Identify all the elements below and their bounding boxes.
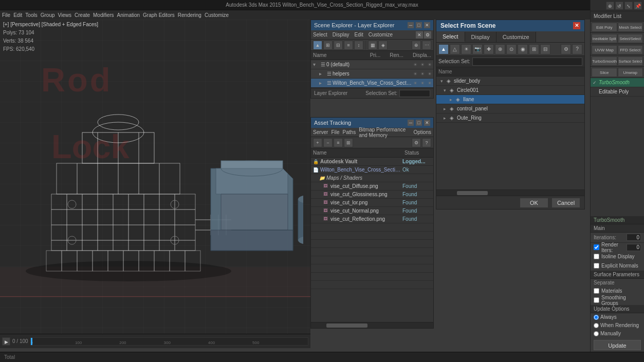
- sfs-tb-invert[interactable]: ⊟: [540, 44, 550, 54]
- sfs-cancel-btn[interactable]: Cancel: [551, 198, 580, 208]
- asset-scrollbar-h[interactable]: [311, 322, 433, 328]
- at-minimize[interactable]: ─: [408, 120, 414, 126]
- sfs-tb-geom[interactable]: ▲: [438, 44, 449, 54]
- menu-graph[interactable]: Graph Editors: [143, 12, 175, 18]
- se-tb-layer[interactable]: ▦: [368, 41, 377, 50]
- sfs-tb-space[interactable]: ⊕: [495, 44, 505, 54]
- menu-modifiers[interactable]: Modifiers: [93, 12, 114, 18]
- asset-scrollbar-thumb[interactable]: [326, 323, 367, 328]
- viewport[interactable]: [+] [Perspective] [Shaded + Edged Faces]…: [0, 20, 310, 348]
- se-menu-edit[interactable]: Edit: [355, 32, 363, 37]
- menu-rendering[interactable]: Rendering: [178, 12, 201, 18]
- rp-materials-check[interactable]: [594, 288, 599, 294]
- scene-explorer-minimize[interactable]: ─: [408, 22, 414, 28]
- menu-create[interactable]: Create: [75, 12, 90, 18]
- se-layer-main[interactable]: ▸ ☰ Wilton_Bench_Vise_Cross_Section_Ri..…: [311, 79, 433, 88]
- menu-tools[interactable]: Tools: [25, 12, 37, 18]
- at-menu-paths[interactable]: Paths: [343, 129, 356, 135]
- sfs-tb-particles[interactable]: ◉: [518, 44, 528, 54]
- at-tb-add[interactable]: +: [313, 138, 322, 147]
- sfs-tab-customize[interactable]: Customize: [496, 32, 536, 42]
- rp-btn-ffd[interactable]: FFD Select: [618, 45, 643, 54]
- sfs-tab-display[interactable]: Display: [465, 32, 496, 42]
- at-menu-bitmap[interactable]: Bitmap Performance and Memory: [359, 127, 410, 138]
- timeline-ruler[interactable]: 0 100 200 300 400 500: [30, 337, 308, 346]
- sfs-tab-select[interactable]: Select: [436, 32, 465, 42]
- rp-render-iters-check[interactable]: [594, 244, 599, 250]
- rp-manually-radio[interactable]: [594, 331, 599, 336]
- rp-icon-rotate[interactable]: ↺: [615, 2, 623, 10]
- rp-when-rendering-radio[interactable]: [594, 323, 599, 328]
- se-tb-display[interactable]: ⊞: [323, 41, 333, 50]
- se-menu-display[interactable]: Display: [333, 32, 349, 37]
- at-menu-server[interactable]: Server: [313, 129, 328, 135]
- se-pin-btn[interactable]: ✕: [416, 31, 423, 39]
- at-tb-remove[interactable]: −: [323, 138, 333, 147]
- se-layer-helpers[interactable]: ▸ ☰ helpers ☀ ☀ ☀: [311, 69, 433, 79]
- rp-icon-move[interactable]: ⊕: [606, 2, 614, 10]
- se-selection-set-input[interactable]: [399, 90, 430, 97]
- se-tb-obj[interactable]: ◈: [378, 41, 388, 50]
- at-row-diffuse[interactable]: 🖼 vise_cut_Diffuse.png Found: [311, 182, 433, 190]
- at-row-main-file[interactable]: 📄 Wilton_Bench_Vise_Cross_Section_Rigged…: [311, 166, 433, 174]
- se-tb-more[interactable]: ⋯: [422, 41, 431, 50]
- menu-file[interactable]: File: [2, 12, 10, 18]
- sfs-tb-lights[interactable]: ☀: [461, 44, 471, 54]
- at-tb-grid[interactable]: ⊞: [344, 138, 353, 147]
- rp-icon-pin[interactable]: 📌: [634, 2, 642, 10]
- at-menu-options[interactable]: Options: [414, 129, 431, 135]
- at-maximize[interactable]: □: [416, 120, 422, 126]
- sfs-item-slider-body[interactable]: ▾ ◈ slider_body: [436, 77, 584, 86]
- rp-iterations-input[interactable]: [627, 234, 641, 241]
- timeline-play-btn[interactable]: ▶: [2, 337, 10, 346]
- sfs-tree-area[interactable]: ▾ ◈ slider_body ▾ ◈ Circle001 ▸ ◈ Ilane …: [436, 77, 584, 189]
- menu-animation[interactable]: Animation: [117, 12, 140, 18]
- at-tb-settings[interactable]: ⚙: [412, 138, 421, 147]
- sfs-search-input[interactable]: [472, 58, 582, 66]
- rp-btn-slice[interactable]: Slice: [592, 68, 617, 77]
- sfs-close-btn[interactable]: ✕: [573, 22, 580, 29]
- sfs-tb-shapes[interactable]: △: [450, 44, 460, 54]
- menu-views[interactable]: Views: [58, 12, 72, 18]
- rp-always-radio[interactable]: [594, 315, 599, 320]
- rp-btn-mesh-select[interactable]: Mesh Select: [618, 23, 643, 32]
- at-row-vault[interactable]: 🔒 Autodesk Vault Logged...: [311, 158, 433, 166]
- at-row-ior[interactable]: 🖼 vise_cut_lor.png Found: [311, 199, 433, 207]
- se-menu-select[interactable]: Select: [313, 32, 327, 37]
- at-row-maps[interactable]: 📁 Maps / Shaders: [311, 174, 433, 182]
- se-tb-unlink[interactable]: ⊕: [412, 41, 421, 50]
- se-menu-customize[interactable]: Customize: [369, 32, 393, 37]
- menu-customize[interactable]: Customize: [205, 12, 229, 18]
- asset-scroll-area[interactable]: 🔒 Autodesk Vault Logged... 📄 Wilton_Benc…: [311, 158, 433, 322]
- rp-btn-turbosmooth[interactable]: TurboSmooth: [592, 56, 617, 66]
- rp-smoothing-check[interactable]: [594, 297, 599, 303]
- at-row-glossiness[interactable]: 🖼 vise_cut_Glossiness.png Found: [311, 190, 433, 199]
- sfs-item-control-panel[interactable]: ▸ ◈ control_panel: [436, 104, 584, 113]
- sfs-scrollbar-thumb[interactable]: [457, 191, 488, 195]
- at-menu-file[interactable]: File: [331, 129, 339, 135]
- sfs-tb-options[interactable]: ⚙: [561, 44, 571, 54]
- rp-btn-unwrap[interactable]: Unwrap UVW: [618, 68, 643, 77]
- scene-explorer-close[interactable]: ✕: [424, 22, 430, 28]
- menu-edit[interactable]: Edit: [13, 12, 22, 18]
- at-tb-list[interactable]: ≡: [334, 138, 343, 147]
- sfs-tb-help[interactable]: ?: [572, 44, 582, 54]
- at-close[interactable]: ✕: [424, 120, 430, 126]
- sfs-tb-bones[interactable]: ⊙: [506, 44, 517, 54]
- se-tb-sort[interactable]: ↕: [354, 41, 363, 50]
- sfs-scrollbar-h[interactable]: [436, 189, 584, 196]
- rp-mod-turbosmooth[interactable]: ✓ TurboSmooth: [591, 78, 644, 87]
- rp-update-btn[interactable]: Update: [594, 340, 641, 350]
- rp-explicit-check[interactable]: [594, 263, 599, 269]
- at-tb-help[interactable]: ?: [422, 138, 431, 147]
- sfs-tb-helpers[interactable]: ✚: [484, 44, 494, 54]
- se-options-btn[interactable]: ⚙: [424, 31, 431, 39]
- sfs-item-circle001[interactable]: ▾ ◈ Circle001: [436, 86, 584, 95]
- rp-icon-scale[interactable]: ⤡: [624, 2, 633, 10]
- sfs-tb-all[interactable]: ⊞: [529, 44, 539, 54]
- at-row-reflection[interactable]: 🖼 vise_cut_Reflection.png Found: [311, 215, 433, 223]
- rp-btn-edit-poly[interactable]: Edit Poly: [592, 23, 617, 32]
- at-row-normal[interactable]: 🖼 vise_cut_Normal.png Found: [311, 207, 433, 215]
- se-tb-filter[interactable]: ≡: [344, 41, 353, 50]
- sfs-item-oute-ring[interactable]: ▸ ◈ Oute_Ring: [436, 113, 584, 123]
